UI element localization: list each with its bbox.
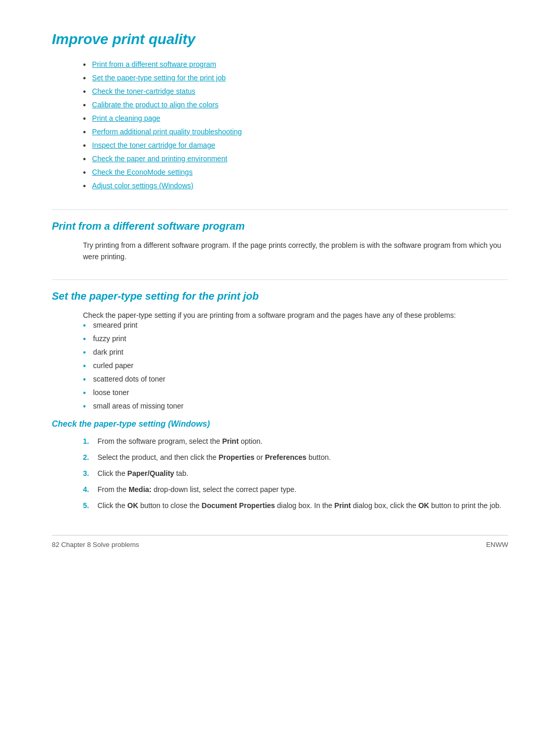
toc-link-troubleshoot[interactable]: Perform additional print quality trouble…	[92, 128, 242, 136]
toc-link-inspect[interactable]: Inspect the toner cartridge for damage	[92, 141, 215, 149]
section-body-print-different: Try printing from a different software p…	[83, 240, 508, 263]
list-item: 2. Select the product, and then click th…	[83, 452, 508, 463]
list-item: scattered dots of toner	[83, 375, 508, 384]
section-print-different: Print from a different software program …	[52, 209, 508, 263]
toc-link-paper-env[interactable]: Check the paper and printing environment	[92, 154, 228, 163]
section-body-paper-type: Check the paper-type setting if you are …	[83, 310, 508, 321]
toc-link-econoMode[interactable]: Check the EconoMode settings	[92, 168, 193, 176]
list-item: Perform additional print quality trouble…	[83, 128, 508, 137]
section-title-print-different: Print from a different software program	[52, 220, 508, 232]
list-item: curled paper	[83, 361, 508, 371]
list-item: Adjust color settings (Windows)	[83, 181, 508, 191]
list-item: 3. Click the Paper/Quality tab.	[83, 468, 508, 479]
step-text: Click the Paper/Quality tab.	[97, 468, 188, 479]
subsection-windows-check: Check the paper-type setting (Windows) 1…	[52, 419, 508, 511]
step-number: 5.	[83, 500, 97, 511]
step-number: 1.	[83, 436, 97, 447]
footer-right: ENWW	[486, 541, 508, 549]
toc-link-print-different[interactable]: Print from a different software program	[92, 60, 216, 68]
list-item: 5. Click the OK button to close the Docu…	[83, 500, 508, 511]
list-item: Calibrate the product to align the color…	[83, 101, 508, 110]
step-number: 2.	[83, 452, 97, 463]
list-item: loose toner	[83, 388, 508, 398]
list-item: Print a cleaning page	[83, 114, 508, 123]
section-title-paper-type: Set the paper-type setting for the print…	[52, 290, 508, 302]
section-divider	[52, 209, 508, 210]
section-divider	[52, 279, 508, 280]
list-item: Set the paper-type setting for the print…	[83, 74, 508, 83]
page-title: Improve print quality	[52, 31, 508, 48]
problems-list: smeared print fuzzy print dark print cur…	[83, 321, 508, 411]
toc-list: Print from a different software program …	[83, 60, 508, 191]
toc-link-color-settings[interactable]: Adjust color settings (Windows)	[92, 181, 193, 190]
step-text: From the software program, select the Pr…	[97, 436, 262, 447]
list-item: dark print	[83, 348, 508, 357]
list-item: Check the paper and printing environment	[83, 154, 508, 164]
page-container: Improve print quality Print from a diffe…	[0, 0, 560, 569]
toc-link-paper-type[interactable]: Set the paper-type setting for the print…	[92, 74, 226, 82]
paper-type-intro: Check the paper-type setting if you are …	[83, 310, 508, 321]
list-item: 4. From the Media: drop-down list, selec…	[83, 484, 508, 495]
steps-list: 1. From the software program, select the…	[83, 436, 508, 511]
list-item: Check the EconoMode settings	[83, 168, 508, 177]
list-item: small areas of missing toner	[83, 402, 508, 411]
step-text: Select the product, and then click the P…	[97, 452, 331, 463]
step-number: 3.	[83, 468, 97, 479]
list-item: Check the toner-cartridge status	[83, 87, 508, 96]
toc-link-calibrate[interactable]: Calibrate the product to align the color…	[92, 101, 219, 109]
list-item: 1. From the software program, select the…	[83, 436, 508, 447]
page-footer: 82 Chapter 8 Solve problems ENWW	[52, 535, 508, 549]
step-number: 4.	[83, 484, 97, 495]
list-item: Inspect the toner cartridge for damage	[83, 141, 508, 150]
step-text: Click the OK button to close the Documen…	[97, 500, 501, 511]
toc-link-toner-status[interactable]: Check the toner-cartridge status	[92, 87, 195, 95]
toc-link-cleaning[interactable]: Print a cleaning page	[92, 114, 161, 122]
section-paper-type: Set the paper-type setting for the print…	[52, 279, 508, 511]
step-text: From the Media: drop-down list, select t…	[97, 484, 297, 495]
list-item: fuzzy print	[83, 334, 508, 344]
list-item: Print from a different software program	[83, 60, 508, 69]
footer-left: 82 Chapter 8 Solve problems	[52, 541, 139, 549]
list-item: smeared print	[83, 321, 508, 330]
subsection-title-windows-check: Check the paper-type setting (Windows)	[52, 419, 508, 429]
